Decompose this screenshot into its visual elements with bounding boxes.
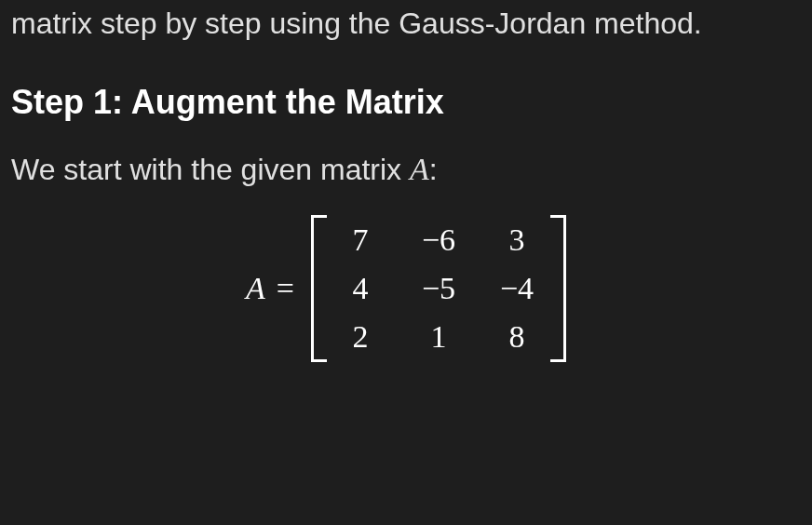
right-bracket-icon	[553, 215, 566, 362]
matrix-cell: −4	[497, 271, 536, 306]
matrix-cell: −6	[419, 222, 458, 258]
body-suffix: :	[429, 153, 438, 186]
matrix-cell: 7	[341, 222, 380, 258]
matrix-grid: 7 −6 3 4 −5 −4 2 1 8	[324, 215, 553, 362]
matrix-cell: 8	[497, 319, 536, 355]
step-heading: Step 1: Augment the Matrix	[11, 83, 801, 122]
matrix-cell: 2	[341, 319, 380, 355]
equals-sign: =	[277, 271, 294, 306]
matrix-cell: 4	[341, 271, 380, 306]
matrix-brackets: 7 −6 3 4 −5 −4 2 1 8	[311, 215, 566, 362]
body-prefix: We start with the given matrix	[11, 153, 410, 186]
intro-paragraph: matrix step by step using the Gauss-Jord…	[11, 0, 801, 47]
matrix-cell: 1	[419, 319, 458, 355]
body-paragraph: We start with the given matrix A:	[11, 152, 801, 187]
matrix-variable-inline: A	[410, 152, 429, 186]
matrix-cell: −5	[419, 271, 458, 306]
matrix-equation: A = 7 −6 3 4 −5 −4 2 1 8	[11, 215, 801, 362]
equation-lhs: A	[246, 271, 265, 306]
left-bracket-icon	[311, 215, 324, 362]
matrix-cell: 3	[497, 222, 536, 258]
